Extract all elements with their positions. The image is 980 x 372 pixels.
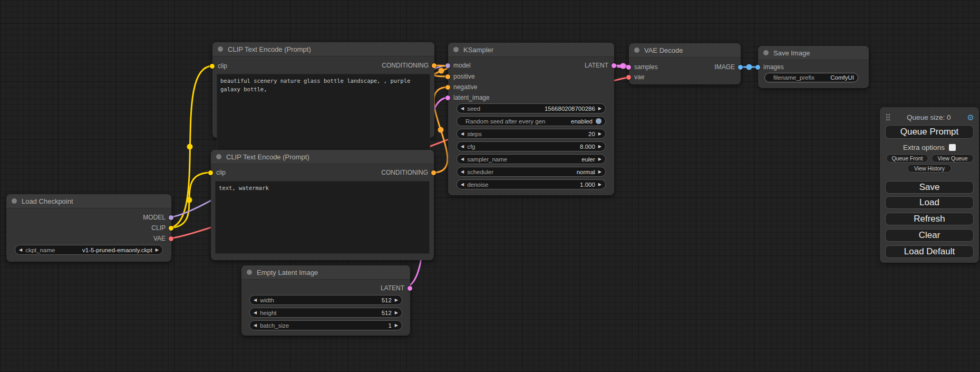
decrement-arrow-icon[interactable]: ◀ (254, 311, 257, 315)
decrement-arrow-icon[interactable]: ◀ (461, 132, 464, 136)
latent-port-icon[interactable] (612, 63, 616, 68)
output-port-model[interactable]: MODEL (143, 214, 173, 221)
node-load-checkpoint[interactable]: Load Checkpoint MODEL CLIP VAE ◀ ckpt_na… (6, 194, 171, 262)
output-port-latent[interactable]: LATENT (381, 284, 412, 292)
input-port-latent-image[interactable]: latent_image (445, 94, 490, 101)
batch-size-widget[interactable]: ◀ batch_size 1 ▶ (249, 320, 402, 330)
clip-port-icon[interactable] (210, 64, 215, 69)
input-port-negative[interactable]: negative (445, 83, 477, 91)
increment-arrow-icon[interactable]: ▶ (598, 183, 601, 187)
input-port-clip[interactable]: clip (210, 62, 227, 70)
latent-port-icon[interactable] (626, 65, 631, 70)
node-empty-latent-image[interactable]: Empty Latent Image LATENT ◀ width 512 ▶ … (241, 265, 410, 336)
toggle-on-icon[interactable] (596, 118, 601, 124)
image-port-icon[interactable] (738, 65, 743, 70)
ckpt-name-widget[interactable]: ◀ ckpt_name v1-5-pruned-emaonly.ckpt ▶ (15, 245, 163, 255)
increment-arrow-icon[interactable]: ▶ (598, 170, 601, 174)
collapse-dot-icon[interactable] (12, 198, 17, 204)
load-default-button[interactable]: Load Default (885, 245, 974, 258)
increment-arrow-icon[interactable]: ▶ (598, 157, 601, 161)
output-port-conditioning[interactable]: CONDITIONING (382, 62, 436, 69)
refresh-button[interactable]: Refresh (885, 213, 974, 225)
save-button[interactable]: Save (885, 181, 974, 194)
decrement-arrow-icon[interactable]: ◀ (254, 298, 257, 302)
load-button[interactable]: Load (885, 196, 974, 209)
collapse-dot-icon[interactable] (218, 46, 223, 52)
decrement-arrow-icon[interactable]: ◀ (461, 157, 464, 161)
height-widget[interactable]: ◀ height 512 ▶ (249, 308, 402, 318)
gear-icon[interactable]: ⚙ (967, 113, 974, 121)
drag-handle-icon[interactable] (886, 113, 890, 121)
node-clip-text-encode-positive[interactable]: CLIP Text Encode (Prompt) clip CONDITION… (212, 42, 434, 138)
view-history-button[interactable]: View History (907, 164, 952, 173)
collapse-dot-icon[interactable] (763, 50, 769, 55)
vae-port-icon[interactable] (626, 75, 631, 80)
node-save-image[interactable]: Save Image images filename_prefix ComfyU… (758, 46, 869, 88)
decrement-arrow-icon[interactable]: ◀ (461, 145, 464, 149)
input-port-samples[interactable]: samples (626, 63, 658, 71)
output-port-image[interactable]: IMAGE (714, 63, 743, 71)
collapse-dot-icon[interactable] (216, 154, 221, 159)
latent-port-icon[interactable] (407, 286, 412, 291)
prompt-textarea[interactable]: beautiful scenery nature glass bottle la… (217, 74, 430, 155)
collapse-dot-icon[interactable] (634, 47, 639, 53)
increment-arrow-icon[interactable]: ▶ (395, 323, 398, 328)
input-port-model[interactable]: model (445, 62, 471, 69)
model-port-icon[interactable] (445, 63, 450, 68)
node-titlebar[interactable]: KSampler (448, 43, 614, 57)
increment-arrow-icon[interactable]: ▶ (598, 145, 601, 149)
increment-arrow-icon[interactable]: ▶ (156, 248, 159, 252)
comfyui-canvas[interactable]: { "colors": { "model": "#B39DDB", "clip"… (0, 0, 980, 372)
latent-port-icon[interactable] (445, 96, 450, 100)
scheduler-widget[interactable]: ◀ scheduler normal ▶ (457, 167, 606, 177)
node-titlebar[interactable]: VAE Decode (629, 43, 741, 58)
clip-port-icon[interactable] (169, 226, 173, 231)
seed-widget[interactable]: ◀ seed 156680208700286 ▶ (457, 103, 606, 113)
clip-port-icon[interactable] (208, 170, 213, 175)
collapse-dot-icon[interactable] (453, 47, 459, 52)
increment-arrow-icon[interactable]: ▶ (395, 311, 398, 315)
output-port-vae[interactable]: VAE (153, 235, 173, 242)
output-port-clip[interactable]: CLIP (151, 224, 173, 232)
node-titlebar[interactable]: CLIP Text Encode (Prompt) (211, 150, 434, 164)
input-port-images[interactable]: images (755, 63, 784, 71)
conditioning-port-icon[interactable] (445, 85, 450, 90)
node-titlebar[interactable]: Load Checkpoint (6, 194, 171, 208)
conditioning-port-icon[interactable] (432, 63, 436, 68)
model-port-icon[interactable] (169, 215, 173, 220)
output-port-conditioning[interactable]: CONDITIONING (381, 169, 436, 176)
image-port-icon[interactable] (755, 65, 760, 70)
queue-front-button[interactable]: Queue Front (886, 154, 928, 163)
decrement-arrow-icon[interactable]: ◀ (461, 170, 464, 174)
output-port-latent[interactable]: LATENT (585, 62, 616, 69)
increment-arrow-icon[interactable]: ▶ (598, 107, 601, 111)
node-titlebar[interactable]: CLIP Text Encode (Prompt) (212, 42, 434, 56)
node-titlebar[interactable]: Save Image (758, 46, 869, 60)
decrement-arrow-icon[interactable]: ◀ (254, 323, 257, 328)
node-ksampler[interactable]: KSampler model positive negative latent_… (448, 43, 614, 195)
input-port-positive[interactable]: positive (445, 73, 475, 80)
steps-widget[interactable]: ◀ steps 20 ▶ (457, 129, 606, 139)
filename-prefix-widget[interactable]: filename_prefix ComfyUI (764, 73, 858, 82)
queue-prompt-button[interactable]: Queue Prompt (885, 125, 974, 139)
clear-button[interactable]: Clear (885, 229, 974, 242)
decrement-arrow-icon[interactable]: ◀ (461, 183, 464, 187)
node-vae-decode[interactable]: VAE Decode samples vae IMAGE (629, 43, 741, 84)
node-clip-text-encode-negative[interactable]: CLIP Text Encode (Prompt) clip CONDITION… (211, 150, 434, 260)
input-port-clip[interactable]: clip (208, 169, 226, 176)
vae-port-icon[interactable] (169, 236, 173, 241)
width-widget[interactable]: ◀ width 512 ▶ (249, 295, 402, 305)
prompt-textarea[interactable]: text, watermark (215, 181, 430, 254)
collapse-dot-icon[interactable] (247, 270, 252, 275)
increment-arrow-icon[interactable]: ▶ (395, 298, 398, 302)
random-seed-toggle-widget[interactable]: Random seed after every gen enabled (457, 116, 606, 126)
view-queue-button[interactable]: View Queue (932, 154, 974, 163)
decrement-arrow-icon[interactable]: ◀ (461, 107, 464, 111)
denoise-widget[interactable]: ◀ denoise 1.000 ▶ (457, 179, 606, 189)
increment-arrow-icon[interactable]: ▶ (598, 132, 601, 136)
conditioning-port-icon[interactable] (431, 170, 436, 175)
node-titlebar[interactable]: Empty Latent Image (241, 265, 410, 280)
decrement-arrow-icon[interactable]: ◀ (19, 248, 22, 252)
cfg-widget[interactable]: ◀ cfg 8.000 ▶ (457, 141, 606, 151)
conditioning-port-icon[interactable] (445, 74, 450, 79)
